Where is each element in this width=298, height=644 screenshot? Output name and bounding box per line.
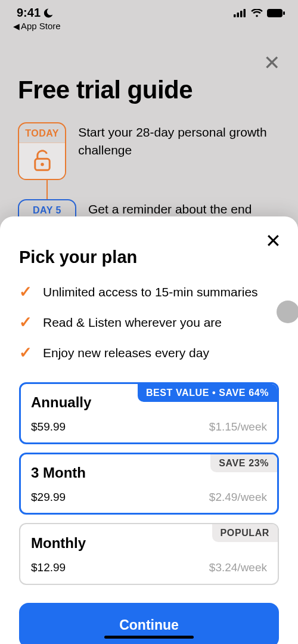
benefit-item: ✓ Enjoy new releases every day — [19, 343, 279, 362]
timeline-icon-row — [19, 143, 65, 179]
timeline: TODAY Start your 28-day personal growth … — [18, 122, 280, 224]
benefit-item: ✓ Unlimited access to 15-min summaries — [19, 283, 279, 301]
svg-rect-2 — [240, 11, 243, 17]
benefit-item: ✓ Read & Listen wherever you are — [19, 313, 279, 332]
plan-badge: SAVE 23% — [210, 454, 277, 472]
status-bar: 9:41 — [0, 0, 298, 20]
plan-option-annually[interactable]: BEST VALUE • SAVE 64% Annually $59.99 $1… — [19, 382, 279, 444]
check-icon: ✓ — [19, 313, 33, 332]
plan-picker-sheet: ✕ Pick your plan ✓ Unlimited access to 1… — [0, 216, 298, 644]
timeline-box-today: TODAY — [18, 122, 66, 180]
sheet-close-icon[interactable]: ✕ — [265, 230, 281, 252]
plan-option-3month[interactable]: SAVE 23% 3 Month $29.99 $2.49/week — [19, 453, 279, 515]
touch-indicator-icon — [277, 301, 298, 323]
timeline-text-day5: Get a reminder about the end — [88, 199, 252, 218]
plan-price: $12.99 — [31, 561, 66, 574]
plan-weekly-price: $1.15/week — [209, 420, 267, 434]
svg-rect-0 — [234, 14, 236, 17]
home-indicator[interactable] — [104, 636, 194, 639]
plans-list: BEST VALUE • SAVE 64% Annually $59.99 $1… — [19, 382, 279, 585]
benefit-text: Read & Listen wherever you are — [43, 315, 222, 330]
back-app-label: App Store — [21, 21, 61, 31]
svg-rect-4 — [267, 9, 283, 17]
plan-weekly-price: $3.24/week — [209, 561, 267, 574]
plan-price: $59.99 — [31, 420, 66, 434]
benefit-text: Unlimited access to 15-min summaries — [43, 285, 258, 299]
plan-name: Monthly — [31, 535, 86, 552]
plan-badge: POPULAR — [212, 524, 278, 542]
back-to-app-link[interactable]: ◀ App Store — [0, 20, 298, 31]
plan-option-monthly[interactable]: POPULAR Monthly $12.99 $3.24/week — [19, 523, 279, 585]
plan-price: $29.99 — [31, 491, 66, 504]
benefits-list: ✓ Unlimited access to 15-min summaries ✓… — [19, 283, 279, 362]
back-caret-icon: ◀ — [13, 21, 20, 31]
close-icon[interactable]: ✕ — [263, 51, 280, 75]
benefit-text: Enjoy new releases every day — [43, 346, 209, 360]
status-right — [234, 9, 285, 17]
plan-weekly-price: $2.49/week — [209, 491, 267, 504]
svg-rect-1 — [237, 13, 240, 17]
page-title: Free trial guide — [18, 76, 280, 104]
sheet-title: Pick your plan — [19, 247, 279, 267]
battery-icon — [267, 9, 285, 17]
status-left: 9:41 — [17, 6, 54, 20]
svg-rect-3 — [244, 9, 246, 17]
svg-point-7 — [41, 163, 44, 166]
timeline-label-today: TODAY — [25, 123, 59, 143]
check-icon: ✓ — [19, 343, 33, 362]
check-icon: ✓ — [19, 283, 33, 301]
status-time: 9:41 — [17, 6, 41, 20]
timeline-row-today: TODAY Start your 28-day personal growth … — [18, 122, 280, 180]
svg-rect-5 — [283, 11, 285, 15]
timeline-connector — [46, 180, 48, 199]
wifi-icon — [251, 9, 263, 17]
trial-guide-page: ✕ Free trial guide TODAY Start your 28-d… — [0, 31, 298, 224]
timeline-text-today: Start your 28-day personal growth challe… — [78, 122, 280, 160]
cellular-icon — [234, 9, 247, 17]
plan-name: Annually — [31, 394, 91, 411]
unlock-icon — [32, 149, 52, 172]
do-not-disturb-icon — [43, 8, 54, 18]
plan-name: 3 Month — [31, 465, 86, 481]
plan-badge: BEST VALUE • SAVE 64% — [138, 384, 277, 402]
